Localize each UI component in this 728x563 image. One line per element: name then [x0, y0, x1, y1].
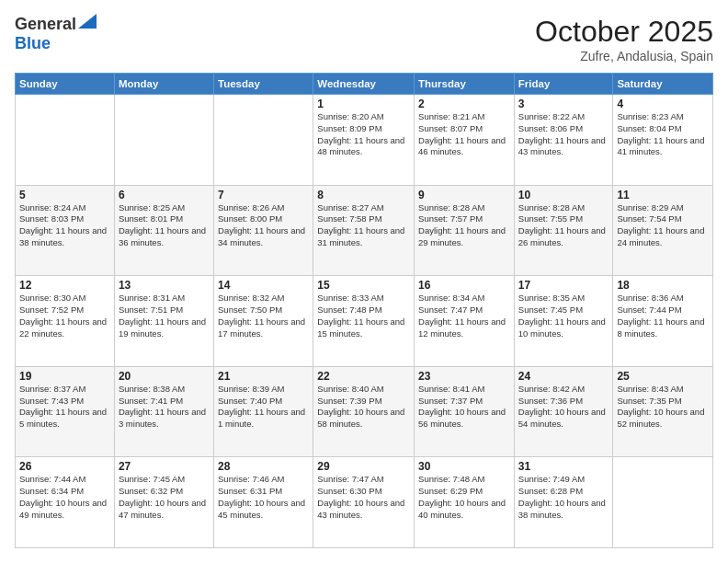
calendar-cell: 8Sunrise: 8:27 AM Sunset: 7:58 PM Daylig…: [313, 185, 415, 276]
location: Zufre, Andalusia, Spain: [535, 49, 713, 63]
day-number: 9: [418, 189, 510, 201]
day-number: 17: [518, 279, 609, 292]
calendar-week-1: 1Sunrise: 8:20 AM Sunset: 8:09 PM Daylig…: [16, 95, 713, 186]
calendar-week-2: 5Sunrise: 8:24 AM Sunset: 8:03 PM Daylig…: [16, 185, 713, 276]
day-number: 19: [19, 370, 110, 383]
page: General Blue October 2025 Zufre, Andalus…: [0, 0, 728, 563]
calendar-cell: 23Sunrise: 8:41 AM Sunset: 7:37 PM Dayli…: [415, 366, 515, 457]
calendar-cell: 1Sunrise: 8:20 AM Sunset: 8:09 PM Daylig…: [313, 95, 415, 186]
calendar-cell: 16Sunrise: 8:34 AM Sunset: 7:47 PM Dayli…: [415, 276, 515, 367]
day-number: 27: [119, 460, 210, 473]
day-info: Sunrise: 8:32 AM Sunset: 7:50 PM Dayligh…: [218, 293, 309, 339]
calendar-cell: 13Sunrise: 8:31 AM Sunset: 7:51 PM Dayli…: [114, 276, 213, 367]
calendar-cell: 28Sunrise: 7:46 AM Sunset: 6:31 PM Dayli…: [214, 457, 313, 548]
calendar-cell: 11Sunrise: 8:29 AM Sunset: 7:54 PM Dayli…: [613, 185, 713, 276]
calendar-cell: 21Sunrise: 8:39 AM Sunset: 7:40 PM Dayli…: [214, 366, 313, 457]
day-info: Sunrise: 8:43 AM Sunset: 7:35 PM Dayligh…: [617, 384, 709, 431]
day-info: Sunrise: 8:30 AM Sunset: 7:52 PM Dayligh…: [19, 293, 110, 339]
header: General Blue October 2025 Zufre, Andalus…: [15, 15, 713, 63]
calendar-cell: 27Sunrise: 7:45 AM Sunset: 6:32 PM Dayli…: [114, 457, 213, 548]
logo-general-text: General: [15, 15, 76, 34]
day-info: Sunrise: 8:33 AM Sunset: 7:48 PM Dayligh…: [317, 293, 410, 339]
day-number: 7: [218, 189, 309, 201]
day-info: Sunrise: 8:22 AM Sunset: 8:06 PM Dayligh…: [518, 111, 609, 158]
svg-marker-0: [78, 14, 97, 29]
day-info: Sunrise: 8:34 AM Sunset: 7:47 PM Dayligh…: [418, 293, 510, 339]
day-number: 10: [518, 189, 609, 201]
day-info: Sunrise: 8:20 AM Sunset: 8:09 PM Dayligh…: [317, 111, 410, 158]
day-info: Sunrise: 8:26 AM Sunset: 8:00 PM Dayligh…: [218, 202, 309, 249]
logo-icon: [78, 14, 97, 29]
day-number: 3: [518, 98, 609, 110]
day-number: 25: [617, 370, 709, 383]
day-number: 31: [518, 460, 609, 473]
calendar-cell: 4Sunrise: 8:23 AM Sunset: 8:04 PM Daylig…: [613, 95, 713, 186]
day-number: 26: [19, 460, 110, 473]
calendar-cell: [613, 457, 713, 548]
calendar-cell: 17Sunrise: 8:35 AM Sunset: 7:45 PM Dayli…: [514, 276, 613, 367]
day-number: 30: [418, 460, 510, 473]
day-info: Sunrise: 8:28 AM Sunset: 7:57 PM Dayligh…: [418, 202, 510, 249]
day-info: Sunrise: 8:35 AM Sunset: 7:45 PM Dayligh…: [518, 293, 609, 339]
calendar-cell: 19Sunrise: 8:37 AM Sunset: 7:43 PM Dayli…: [16, 366, 115, 457]
calendar-cell: 24Sunrise: 8:42 AM Sunset: 7:36 PM Dayli…: [514, 366, 613, 457]
day-info: Sunrise: 8:23 AM Sunset: 8:04 PM Dayligh…: [617, 111, 709, 158]
calendar-cell: 29Sunrise: 7:47 AM Sunset: 6:30 PM Dayli…: [313, 457, 415, 548]
day-info: Sunrise: 8:28 AM Sunset: 7:55 PM Dayligh…: [518, 202, 609, 249]
logo-blue-text: Blue: [15, 34, 51, 52]
day-number: 6: [119, 189, 210, 201]
day-number: 1: [317, 98, 410, 110]
weekday-header-tuesday: Tuesday: [214, 74, 313, 95]
day-number: 4: [617, 98, 709, 110]
weekday-header-sunday: Sunday: [16, 74, 115, 95]
calendar-cell: 3Sunrise: 8:22 AM Sunset: 8:06 PM Daylig…: [514, 95, 613, 186]
day-info: Sunrise: 7:47 AM Sunset: 6:30 PM Dayligh…: [317, 474, 410, 521]
calendar-cell: 5Sunrise: 8:24 AM Sunset: 8:03 PM Daylig…: [16, 185, 115, 276]
weekday-header-saturday: Saturday: [613, 74, 713, 95]
day-number: 29: [317, 460, 410, 473]
day-info: Sunrise: 8:36 AM Sunset: 7:44 PM Dayligh…: [617, 293, 709, 339]
day-number: 11: [617, 189, 709, 201]
weekday-header-thursday: Thursday: [415, 74, 515, 95]
day-number: 28: [218, 460, 309, 473]
weekday-header-monday: Monday: [114, 74, 213, 95]
day-info: Sunrise: 8:37 AM Sunset: 7:43 PM Dayligh…: [19, 384, 110, 431]
calendar-cell: 14Sunrise: 8:32 AM Sunset: 7:50 PM Dayli…: [214, 276, 313, 367]
calendar-cell: 15Sunrise: 8:33 AM Sunset: 7:48 PM Dayli…: [313, 276, 415, 367]
calendar-cell: 10Sunrise: 8:28 AM Sunset: 7:55 PM Dayli…: [514, 185, 613, 276]
month-title: October 2025: [535, 15, 713, 49]
calendar-cell: 31Sunrise: 7:49 AM Sunset: 6:28 PM Dayli…: [514, 457, 613, 548]
day-number: 16: [418, 279, 510, 292]
day-number: 24: [518, 370, 609, 383]
day-info: Sunrise: 8:40 AM Sunset: 7:39 PM Dayligh…: [317, 384, 410, 431]
day-number: 15: [317, 279, 410, 292]
day-number: 12: [19, 279, 110, 292]
day-info: Sunrise: 7:45 AM Sunset: 6:32 PM Dayligh…: [119, 474, 210, 521]
title-block: October 2025 Zufre, Andalusia, Spain: [535, 15, 713, 63]
day-info: Sunrise: 7:49 AM Sunset: 6:28 PM Dayligh…: [518, 474, 609, 521]
day-info: Sunrise: 8:29 AM Sunset: 7:54 PM Dayligh…: [617, 202, 709, 249]
day-number: 13: [119, 279, 210, 292]
calendar-cell: 26Sunrise: 7:44 AM Sunset: 6:34 PM Dayli…: [16, 457, 115, 548]
calendar-cell: 2Sunrise: 8:21 AM Sunset: 8:07 PM Daylig…: [415, 95, 515, 186]
day-number: 5: [19, 189, 110, 201]
day-info: Sunrise: 8:24 AM Sunset: 8:03 PM Dayligh…: [19, 202, 110, 249]
day-info: Sunrise: 8:38 AM Sunset: 7:41 PM Dayligh…: [119, 384, 210, 431]
day-info: Sunrise: 7:46 AM Sunset: 6:31 PM Dayligh…: [218, 474, 309, 521]
day-info: Sunrise: 8:42 AM Sunset: 7:36 PM Dayligh…: [518, 384, 609, 431]
day-number: 8: [317, 189, 410, 201]
day-info: Sunrise: 8:21 AM Sunset: 8:07 PM Dayligh…: [418, 111, 510, 158]
logo: General Blue: [15, 15, 97, 53]
calendar-cell: [16, 95, 115, 186]
calendar-cell: 30Sunrise: 7:48 AM Sunset: 6:29 PM Dayli…: [415, 457, 515, 548]
day-number: 18: [617, 279, 709, 292]
calendar-week-4: 19Sunrise: 8:37 AM Sunset: 7:43 PM Dayli…: [16, 366, 713, 457]
day-number: 2: [418, 98, 510, 110]
calendar-table: SundayMondayTuesdayWednesdayThursdayFrid…: [15, 73, 713, 548]
day-info: Sunrise: 8:25 AM Sunset: 8:01 PM Dayligh…: [119, 202, 210, 249]
day-info: Sunrise: 8:39 AM Sunset: 7:40 PM Dayligh…: [218, 384, 309, 431]
calendar-cell: 12Sunrise: 8:30 AM Sunset: 7:52 PM Dayli…: [16, 276, 115, 367]
day-number: 21: [218, 370, 309, 383]
day-number: 22: [317, 370, 410, 383]
weekday-header-row: SundayMondayTuesdayWednesdayThursdayFrid…: [16, 74, 713, 95]
